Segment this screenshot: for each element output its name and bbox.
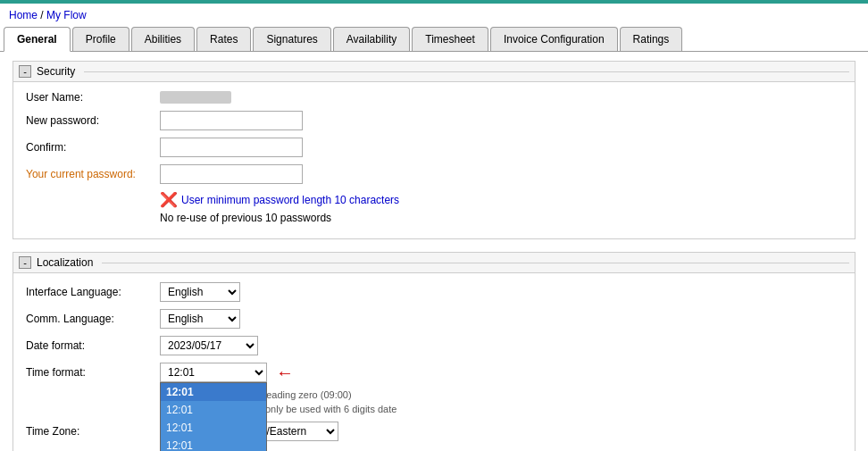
interface-language-row: Interface Language: English French Spani… — [26, 282, 842, 302]
time-format-dropdown-list: 12:01 12:01 12:01 12:01 — [160, 382, 267, 451]
time-format-dropdown-container: 12:01 12:01 12:01 12:01 12:01 12:01 12:0… — [160, 363, 267, 382]
comm-language-label: Comm. Language: — [26, 313, 160, 325]
security-section-line — [84, 71, 849, 72]
password-warning-text: User minimum password length 10 characte… — [181, 194, 399, 206]
security-toggle[interactable]: - — [19, 65, 31, 78]
interface-language-select[interactable]: English French Spanish — [160, 282, 240, 302]
page-content: - Security User Name: New password: Conf… — [0, 52, 868, 451]
tab-timesheet[interactable]: Timesheet — [412, 27, 488, 51]
username-label: User Name: — [26, 91, 160, 104]
timezone-row: Time Zone: (GMT -5:00) Canada/Eastern (G… — [26, 422, 842, 441]
confirm-row: Confirm: — [26, 138, 842, 157]
localization-section-header: - Localization — [13, 253, 855, 273]
date-format-row: Date format: 2023/05/17 17/05/2023 05/17… — [26, 336, 842, 355]
new-password-input[interactable] — [160, 111, 303, 130]
localization-section-title: Localization — [37, 256, 93, 269]
localization-toggle[interactable]: - — [19, 256, 31, 269]
new-password-label: New password: — [26, 114, 160, 127]
current-password-label: Your current password: — [26, 168, 160, 180]
time-format-select[interactable]: 12:01 12:01 12:01 12:01 — [160, 363, 267, 382]
tab-ratings[interactable]: Ratings — [620, 27, 683, 51]
new-password-row: New password: — [26, 111, 842, 130]
date-format-label: Date format: — [26, 339, 160, 352]
time-format-option-4[interactable]: 12:01 — [161, 437, 266, 451]
tab-invoice-configuration[interactable]: Invoice Configuration — [490, 27, 618, 51]
security-section-body: User Name: New password: Confirm: Your c… — [13, 82, 855, 238]
localization-section-body: Interface Language: English French Spani… — [13, 273, 855, 451]
username-value — [160, 91, 231, 104]
current-password-row: Your current password: — [26, 164, 842, 184]
tab-abilities[interactable]: Abilities — [131, 27, 195, 51]
username-row: User Name: — [26, 91, 842, 104]
comm-language-select[interactable]: English French Spanish — [160, 309, 240, 329]
time-format-option-1[interactable]: 12:01 — [161, 383, 266, 401]
tab-general[interactable]: General — [4, 27, 71, 52]
tab-rates[interactable]: Rates — [196, 27, 251, 51]
time-format-option-2[interactable]: 12:01 — [161, 401, 266, 419]
breadcrumb-current[interactable]: My Flow — [46, 9, 87, 21]
confirm-input[interactable] — [160, 138, 303, 157]
comm-language-row: Comm. Language: English French Spanish — [26, 309, 842, 329]
localization-section: - Localization Interface Language: Engli… — [13, 252, 855, 451]
breadcrumb: Home / My Flow — [0, 4, 868, 27]
time-format-option-3[interactable]: 12:01 — [161, 419, 266, 437]
time-format-row: Time format: 12:01 12:01 12:01 12:01 12:… — [26, 363, 842, 382]
timezone-label: Time Zone: — [26, 425, 160, 438]
security-section-header: - Security — [13, 62, 855, 82]
security-section: - Security User Name: New password: Conf… — [13, 61, 855, 239]
localization-section-line — [102, 263, 849, 263]
tab-availability[interactable]: Availability — [333, 27, 410, 51]
confirm-label: Confirm: — [26, 141, 160, 154]
time-format-label: Time format: — [26, 366, 160, 379]
date-format-select[interactable]: 2023/05/17 17/05/2023 05/17/2023 — [160, 336, 258, 355]
no-reuse-text: No re-use of previous 10 passwords — [160, 212, 842, 224]
arrow-indicator: ← — [276, 363, 294, 381]
security-section-title: Security — [37, 65, 75, 78]
current-password-input[interactable] — [160, 164, 303, 184]
warning-icon: ❌ — [160, 191, 178, 208]
interface-language-label: Interface Language: — [26, 286, 160, 298]
password-warning-row: ❌ User minimum password length 10 charac… — [160, 191, 842, 208]
tab-bar: General Profile Abilities Rates Signatur… — [0, 27, 868, 52]
tab-signatures[interactable]: Signatures — [253, 27, 330, 51]
tab-profile[interactable]: Profile — [72, 27, 129, 51]
breadcrumb-home[interactable]: Home — [9, 9, 38, 21]
